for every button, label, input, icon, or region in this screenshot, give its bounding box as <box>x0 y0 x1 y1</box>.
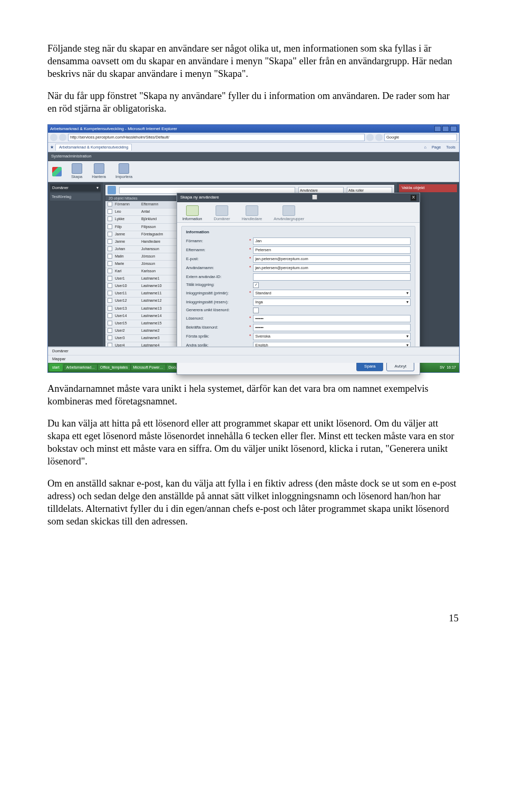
bottom-tab-domains[interactable]: Domäner <box>48 347 459 355</box>
taskbar-item[interactable]: Office_templates <box>98 364 130 371</box>
tray-language[interactable]: SV <box>440 365 444 370</box>
maximize-button[interactable] <box>442 126 449 132</box>
cell-lastname: Lastname14 <box>141 313 173 319</box>
start-button[interactable]: start <box>49 364 63 371</box>
cell-lastname: Lastname11 <box>141 291 173 296</box>
favorites-icon[interactable]: ★ <box>50 145 54 150</box>
row-checkbox[interactable] <box>108 269 112 273</box>
toolbar-manage[interactable]: Hantera <box>92 163 106 180</box>
row-checkbox[interactable] <box>108 306 112 311</box>
select-all-checkbox[interactable] <box>108 202 112 206</box>
page-menu[interactable]: Page <box>430 145 443 150</box>
minimize-button[interactable] <box>434 126 441 132</box>
row-checkbox[interactable] <box>108 321 112 325</box>
browser-search-input[interactable]: Google <box>384 134 457 141</box>
domain-dropdown[interactable]: Domäner▾ <box>50 184 101 192</box>
modal-section-information: Information Förnamn:*Jan Efternamn:*Pete… <box>181 226 415 355</box>
cell-firstname: User15 <box>115 321 141 326</box>
row-checkbox[interactable] <box>108 209 112 214</box>
label-confirm-password: Bekräfta lösenord: <box>186 325 249 330</box>
cell-lastname: Företagsadm <box>141 232 173 237</box>
row-checkbox[interactable] <box>108 276 112 281</box>
home-icon[interactable]: ⌂ <box>422 145 428 150</box>
tab-information-label: Information <box>182 216 202 221</box>
taskbar-item[interactable]: Microsoft Power… <box>131 364 166 371</box>
label-username: Användarnamn: <box>186 265 249 271</box>
modal-tabs: Information Domäner Handledare Användarg… <box>177 202 420 223</box>
dropdown-login-reserve[interactable]: Inga▾ <box>253 299 411 306</box>
tools-menu[interactable]: Tools <box>444 145 457 150</box>
row-checkbox[interactable] <box>108 216 112 221</box>
cancel-button[interactable]: Avbryt <box>386 362 414 371</box>
cell-firstname: Johan <box>115 246 141 252</box>
row-checkbox[interactable] <box>108 239 112 244</box>
row-checkbox[interactable] <box>108 291 112 295</box>
cell-firstname: User1 <box>115 276 141 282</box>
row-checkbox[interactable] <box>108 232 112 236</box>
cell-firstname: Malin <box>115 254 141 260</box>
toolbar-import[interactable]: Importera <box>115 163 132 180</box>
nav-back-button[interactable] <box>50 134 57 141</box>
row-checkbox[interactable] <box>108 224 112 229</box>
row-checkbox[interactable] <box>108 283 112 288</box>
row-checkbox[interactable] <box>108 246 112 251</box>
input-external-id[interactable] <box>253 273 411 281</box>
system-tray: SV 16:17 <box>437 365 458 370</box>
row-checkbox[interactable] <box>108 261 112 266</box>
bottom-tabs: Domäner Mappar <box>48 346 459 363</box>
input-firstname[interactable]: Jan <box>253 237 411 245</box>
browser-tab[interactable]: Arbetsmarknad & Kompetensutveckling <box>55 144 132 151</box>
cell-lastname: Lastname12 <box>141 298 173 304</box>
selected-objects-header: Valda objekt <box>399 184 457 192</box>
input-email[interactable]: jan.petersen@perceptum.com <box>253 255 411 263</box>
dropdown-first-language[interactable]: Svenska▾ <box>253 333 411 340</box>
refresh-button[interactable] <box>366 134 374 141</box>
app-body: Domäner▾ Testföretag Användare Alla roll… <box>48 182 459 361</box>
checkbox-allow-login[interactable]: ✓ <box>253 282 259 288</box>
cell-lastname: Lastname13 <box>141 306 173 312</box>
window-title: Arbetsmarknad & Kompetensutveckling - Mi… <box>50 126 177 132</box>
column-firstname[interactable]: Förnamn <box>115 202 141 207</box>
cell-firstname: Karl <box>115 269 141 274</box>
close-window-button[interactable] <box>450 126 457 132</box>
cell-firstname: Janne <box>115 239 141 245</box>
cell-lastname: Lastname15 <box>141 321 173 326</box>
domain-tree-item[interactable]: Testföretag <box>50 193 101 201</box>
dropdown-login-primary[interactable]: Standard▾ <box>253 290 411 297</box>
tab-supervisors[interactable]: Handledare <box>241 205 262 222</box>
cell-firstname: User11 <box>115 291 141 296</box>
column-lastname[interactable]: Efternamn <box>141 202 173 207</box>
input-lastname[interactable]: Petersen <box>253 246 411 254</box>
checkbox-generate-password[interactable] <box>253 308 259 313</box>
row-checkbox[interactable] <box>108 254 112 259</box>
row-checkbox[interactable] <box>108 328 112 333</box>
stop-button[interactable] <box>375 134 383 141</box>
bottom-tab-folders[interactable]: Mappar <box>48 355 459 363</box>
cell-firstname: Leo <box>115 209 141 215</box>
row-checkbox[interactable] <box>108 298 112 303</box>
label-password: Lösenord: <box>186 316 249 321</box>
cell-firstname: Lykke <box>115 216 141 222</box>
app-menubar: Systemadministration <box>48 152 459 161</box>
center-panel: Användare Alla roller 20 objekt hittades… <box>103 182 397 361</box>
save-button[interactable]: Spara <box>356 362 383 371</box>
input-username[interactable]: jan.petersen@perceptum.com <box>253 264 411 272</box>
input-password[interactable]: •••••• <box>253 315 411 322</box>
cell-firstname: User3 <box>115 335 141 341</box>
url-input[interactable]: http://services.perceptum.com/Hassleholm… <box>68 134 365 141</box>
label-first-language: Första språk: <box>186 334 249 339</box>
toolbar-create[interactable]: Skapa <box>71 163 82 180</box>
nav-forward-button[interactable] <box>59 134 66 141</box>
row-checkbox[interactable] <box>108 335 112 340</box>
modal-maximize-button[interactable]: ⬜ <box>312 195 317 200</box>
tab-information[interactable]: Information <box>182 205 202 222</box>
row-checkbox[interactable] <box>108 313 112 318</box>
cell-lastname: Johansson <box>141 246 173 252</box>
tab-usergroups[interactable]: Användargrupper <box>274 205 304 222</box>
tab-domains-label: Domäner <box>214 216 230 221</box>
taskbar-item[interactable]: Arbetsmarknad… <box>64 364 98 371</box>
modal-close-button[interactable]: X <box>411 195 416 200</box>
input-confirm-password[interactable]: •••••• <box>253 324 411 331</box>
paragraph-3: Användarnamnet måste vara unikt i hela s… <box>47 382 459 408</box>
tab-domains[interactable]: Domäner <box>214 205 230 222</box>
